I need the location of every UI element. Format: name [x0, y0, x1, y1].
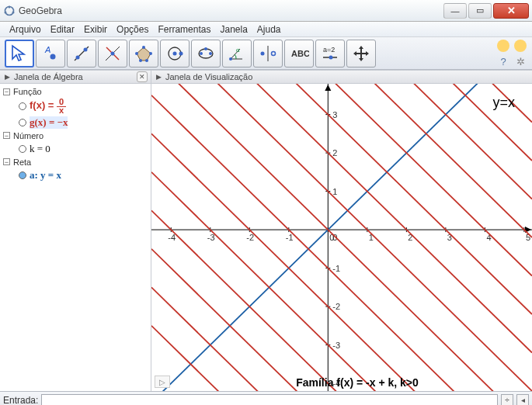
- tool-slider[interactable]: a=2: [315, 40, 345, 68]
- input-dropdown-button[interactable]: ÷: [501, 394, 513, 406]
- titlebar: GeoGebra — ▭ ✕: [0, 0, 532, 22]
- group-reta[interactable]: −Reta: [3, 158, 149, 167]
- tool-reflect[interactable]: [253, 40, 283, 68]
- algebra-toggle-icon: ▶: [3, 73, 11, 81]
- input-submit-button[interactable]: ◂: [516, 394, 529, 406]
- tool-perpendicular[interactable]: [98, 40, 127, 68]
- algebra-close-button[interactable]: ✕: [137, 71, 148, 82]
- help-button[interactable]: ?: [496, 54, 510, 68]
- svg-point-8: [84, 47, 88, 51]
- tool-move-view[interactable]: [346, 40, 376, 68]
- minimize-button[interactable]: —: [443, 3, 467, 19]
- toolbar: A α ABC a=2: [0, 37, 532, 70]
- svg-text:A: A: [44, 45, 50, 54]
- undo-icon: [497, 40, 509, 52]
- svg-point-33: [329, 55, 333, 59]
- item-g[interactable]: g(x) = −x: [3, 116, 149, 130]
- visibility-toggle-a[interactable]: [19, 171, 26, 179]
- tool-angle[interactable]: α: [222, 40, 252, 68]
- svg-point-16: [139, 59, 142, 62]
- menu-opcoes[interactable]: Opções: [112, 22, 153, 36]
- algebra-panel-title: Janela de Álgebra: [14, 72, 137, 81]
- group-funcao[interactable]: −Função: [3, 87, 149, 96]
- tool-move[interactable]: [5, 40, 34, 68]
- label-g: g(x) = −x: [30, 116, 68, 129]
- svg-point-1: [9, 5, 11, 8]
- svg-line-79: [151, 84, 532, 161]
- svg-text:-3: -3: [332, 341, 340, 350]
- menu-editar[interactable]: Editar: [46, 22, 79, 36]
- viz-panel-header[interactable]: ▶ Janela de Visualização: [151, 70, 532, 84]
- label-a: a: y = x: [30, 169, 61, 182]
- redo-button[interactable]: [513, 39, 527, 53]
- tool-line[interactable]: [67, 40, 96, 68]
- menu-arquivo[interactable]: Arquivo: [5, 22, 46, 36]
- viz-panel-title: Janela de Visualização: [165, 72, 532, 81]
- window-title: GeoGebra: [19, 5, 442, 16]
- item-f[interactable]: f(x) = 0x: [3, 98, 149, 116]
- svg-line-77: [151, 84, 532, 237]
- svg-text:3: 3: [332, 110, 337, 119]
- svg-point-13: [142, 46, 145, 49]
- app-icon: [3, 5, 16, 17]
- tool-text[interactable]: ABC: [284, 40, 314, 68]
- svg-line-82: [151, 133, 532, 391]
- redo-icon: [514, 40, 527, 52]
- svg-text:-1: -1: [332, 264, 340, 273]
- algebra-panel-header[interactable]: ▶ Janela de Álgebra ✕: [0, 70, 151, 84]
- tool-polygon[interactable]: [129, 40, 158, 68]
- svg-point-2: [12, 11, 15, 13]
- svg-text:ABC: ABC: [291, 49, 309, 58]
- maximize-button[interactable]: ▭: [468, 3, 492, 19]
- menu-janela[interactable]: Janela: [215, 22, 252, 36]
- item-a[interactable]: a: y = x: [3, 168, 149, 182]
- svg-point-29: [272, 51, 276, 55]
- svg-text:α: α: [236, 47, 240, 54]
- play-button[interactable]: ▷: [155, 376, 170, 388]
- input-label: Entrada:: [3, 395, 38, 406]
- input-field[interactable]: [41, 394, 498, 406]
- svg-text:y=x: y=x: [492, 95, 515, 110]
- svg-line-74: [151, 84, 532, 353]
- settings-button[interactable]: ✲: [513, 54, 527, 68]
- menu-exibir[interactable]: Exibir: [79, 22, 112, 36]
- svg-text:2: 2: [332, 148, 337, 158]
- group-numero[interactable]: −Número: [3, 131, 149, 140]
- svg-point-26: [229, 57, 232, 61]
- svg-point-11: [111, 51, 115, 55]
- label-f: f(x) = 0x: [30, 99, 66, 115]
- svg-point-24: [204, 47, 207, 50]
- visibility-toggle-g[interactable]: [19, 119, 26, 126]
- menubar: Arquivo Editar Exibir Opções Ferramentas…: [0, 22, 532, 37]
- algebra-tree: −Função f(x) = 0x g(x) = −x −Número k = …: [0, 84, 151, 391]
- svg-text:1: 1: [332, 187, 337, 196]
- svg-point-28: [261, 51, 265, 55]
- visibility-toggle-f[interactable]: [19, 102, 26, 110]
- undo-button[interactable]: [496, 39, 510, 53]
- close-button[interactable]: ✕: [493, 3, 529, 19]
- svg-text:-4: -4: [168, 233, 176, 242]
- svg-text:-3: -3: [207, 233, 215, 242]
- svg-line-86: [151, 287, 532, 391]
- content-area: ▶ Janela de Álgebra ✕ −Função f(x) = 0x …: [0, 70, 532, 391]
- svg-text:-1: -1: [286, 233, 294, 242]
- svg-point-19: [173, 51, 177, 55]
- menu-ajuda[interactable]: Ajuda: [252, 22, 286, 36]
- svg-text:-2: -2: [246, 233, 254, 242]
- item-k[interactable]: k = 0: [3, 142, 149, 156]
- label-k: k = 0: [30, 143, 50, 155]
- tool-ellipse[interactable]: [191, 40, 221, 68]
- viz-toggle-icon: ▶: [155, 73, 162, 81]
- svg-point-20: [179, 51, 183, 55]
- svg-text:a=2: a=2: [323, 46, 335, 54]
- svg-point-3: [5, 11, 7, 13]
- tool-circle[interactable]: [160, 40, 190, 68]
- svg-point-23: [209, 52, 212, 55]
- svg-point-22: [200, 52, 203, 55]
- visibility-toggle-k[interactable]: [19, 145, 26, 153]
- svg-text:-2: -2: [332, 302, 340, 311]
- menu-ferramentas[interactable]: Ferramentas: [153, 22, 215, 36]
- tool-point[interactable]: A: [36, 40, 65, 68]
- svg-point-17: [135, 52, 138, 55]
- graph-canvas[interactable]: -4-3-2-1012345-4-3-2-11230y=xFamília f(x…: [151, 84, 532, 391]
